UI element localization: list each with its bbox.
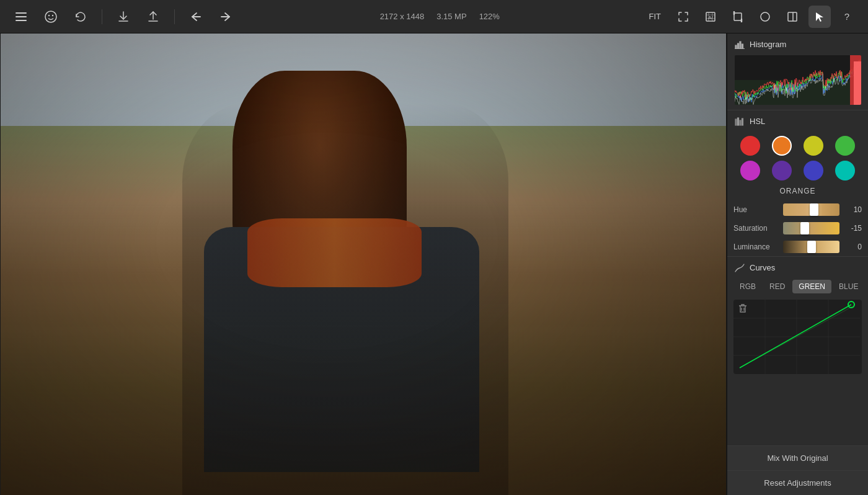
panel-tool-button[interactable] <box>781 6 804 28</box>
tab-rgb[interactable]: RGB <box>733 280 762 293</box>
tab-green[interactable]: GREEN <box>792 280 831 293</box>
crop-tool-button[interactable] <box>727 6 749 28</box>
image-zoom: 122% <box>479 12 500 21</box>
color-dot-orange[interactable] <box>772 136 792 156</box>
luminance-label: Luminance <box>733 243 778 251</box>
hsl-icon <box>735 117 745 126</box>
photo <box>1 33 726 495</box>
menu-button[interactable] <box>10 6 32 28</box>
saturation-slider[interactable] <box>783 222 839 234</box>
curves-icon <box>735 264 745 272</box>
svg-rect-0 <box>16 12 27 14</box>
curves-area[interactable] <box>733 300 862 374</box>
svg-point-11 <box>761 12 769 21</box>
face-button[interactable] <box>40 6 62 28</box>
svg-rect-22 <box>742 118 743 125</box>
saturation-value: -15 <box>844 224 862 233</box>
saturation-label: Saturation <box>733 224 778 233</box>
trash-button[interactable] <box>738 303 747 315</box>
curves-tabs: RGB RED GREEN BLUE <box>727 276 868 297</box>
svg-rect-1 <box>16 16 27 17</box>
color-dot-green[interactable] <box>835 136 855 156</box>
histogram-header: Histogram <box>727 33 868 53</box>
image-area[interactable] <box>0 33 727 495</box>
svg-point-5 <box>52 14 53 16</box>
histogram-icon <box>735 40 745 49</box>
share-button[interactable] <box>142 6 164 28</box>
curves-title: Curves <box>750 263 775 272</box>
luminance-value: 0 <box>844 243 862 251</box>
luminance-slider-row: Luminance 0 <box>727 238 868 256</box>
hsl-title: HSL <box>750 117 765 126</box>
svg-rect-2 <box>16 20 27 21</box>
photo-vignette <box>1 33 726 495</box>
hsl-colors-row1 <box>727 130 868 159</box>
side-panel: Histogram HSL ORA <box>727 33 868 495</box>
svg-rect-19 <box>735 119 737 125</box>
tab-red[interactable]: RED <box>763 280 791 293</box>
svg-rect-8 <box>734 13 742 20</box>
color-dot-red[interactable] <box>740 136 760 156</box>
mix-with-original-button[interactable]: Mix With Original <box>727 445 868 470</box>
color-dot-teal[interactable] <box>835 161 855 181</box>
svg-rect-15 <box>738 43 739 48</box>
hue-label: Hue <box>733 205 778 214</box>
image-dimensions: 2172 x 1448 <box>380 12 425 21</box>
main-area: Histogram HSL ORA <box>0 33 868 495</box>
svg-point-3 <box>45 11 56 22</box>
toolbar-left <box>10 6 237 28</box>
histogram-canvas <box>735 55 861 105</box>
svg-rect-12 <box>788 12 797 21</box>
toolbar: 2172 x 1448 3.15 MP 122% FIT A/ <box>0 0 868 33</box>
select-tool-button[interactable] <box>808 6 831 28</box>
toolbar-center: 2172 x 1448 3.15 MP 122% <box>380 12 500 21</box>
svg-rect-20 <box>738 118 739 125</box>
forward-button[interactable] <box>215 6 237 28</box>
back-button[interactable] <box>185 6 207 28</box>
svg-point-4 <box>48 14 50 16</box>
saturation-thumb[interactable] <box>800 222 809 234</box>
help-button[interactable]: ? <box>836 6 858 28</box>
svg-rect-17 <box>742 44 743 48</box>
histogram-title: Histogram <box>750 40 786 49</box>
hue-thumb[interactable] <box>810 203 818 216</box>
color-dot-yellow[interactable] <box>804 136 823 156</box>
luminance-slider[interactable] <box>783 241 839 253</box>
image-tool-button[interactable]: A/ <box>699 6 722 28</box>
selected-color-label: ORANGE <box>727 187 868 200</box>
tab-blue[interactable]: BLUE <box>833 280 864 293</box>
curves-header: Curves <box>727 257 868 276</box>
curves-svg <box>733 300 860 374</box>
hue-value: 10 <box>844 205 862 214</box>
hsl-header: HSL <box>727 110 868 130</box>
separator2 <box>174 9 175 24</box>
fit-button[interactable]: FIT <box>643 8 668 25</box>
history-button[interactable] <box>69 6 92 28</box>
circle-tool-button[interactable] <box>754 6 776 28</box>
svg-text:A/: A/ <box>708 15 713 20</box>
hue-slider-row: Hue 10 <box>727 200 868 219</box>
image-megapixels: 3.15 MP <box>436 12 466 21</box>
svg-rect-16 <box>740 42 741 48</box>
hue-slider[interactable] <box>783 203 839 216</box>
separator <box>102 9 102 24</box>
fullscreen-button[interactable] <box>672 6 694 28</box>
toolbar-right: FIT A/ <box>643 6 859 28</box>
svg-rect-21 <box>740 120 741 125</box>
color-dot-purple[interactable] <box>740 161 760 181</box>
luminance-thumb[interactable] <box>807 241 816 253</box>
color-dot-blue[interactable] <box>804 161 823 181</box>
color-dot-violet[interactable] <box>772 161 792 181</box>
svg-rect-14 <box>735 45 737 48</box>
hsl-colors-row2 <box>727 159 868 187</box>
saturation-slider-row: Saturation -15 <box>727 219 868 238</box>
download-button[interactable] <box>112 6 135 28</box>
reset-adjustments-button[interactable]: Reset Adjustments <box>727 470 868 495</box>
